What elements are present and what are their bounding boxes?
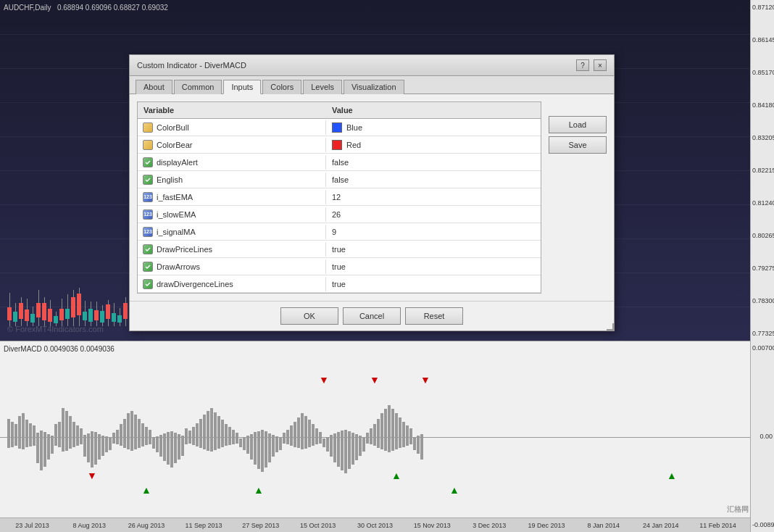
chart-symbol: AUDCHF,Daily: [4, 4, 51, 12]
value-text: true: [332, 245, 346, 254]
osc-price-label: 0.0070066: [752, 344, 773, 352]
save-button[interactable]: Save: [549, 136, 607, 154]
table-row[interactable]: ColorBear Red: [138, 136, 541, 154]
oscillator-right-axis: 0.0070066 0.00 -0.0089: [750, 341, 774, 532]
candle: [7, 293, 12, 326]
variable-name: ColorBear: [157, 141, 193, 149]
candle: [25, 299, 29, 326]
price-label: 0.78300: [752, 297, 773, 304]
row-variable-english: English: [138, 173, 326, 187]
tab-inputs[interactable]: Inputs: [223, 80, 261, 94]
price-label: 0.82215: [752, 167, 773, 174]
variable-name: displayAlert: [157, 158, 198, 167]
candle: [106, 300, 110, 326]
chart-ohlc: 0.68894 0.69096 0.68827 0.69032: [57, 4, 168, 12]
dialog-title: Custom Indicator - DiverMACD: [137, 61, 246, 70]
dialog-help-button[interactable]: ?: [576, 59, 589, 71]
value-text: Blue: [346, 123, 362, 132]
table-row[interactable]: ColorBull Blue: [138, 119, 541, 136]
variable-name: ColorBull: [157, 123, 189, 132]
reset-button[interactable]: Reset: [405, 307, 463, 325]
table-row[interactable]: DrawArrows true: [138, 258, 541, 275]
table-row[interactable]: English false: [138, 171, 541, 188]
main-chart-right-axis: 0.87120 0.86145 0.85170 0.84180 0.83205 …: [750, 0, 774, 341]
candle: [83, 301, 87, 326]
candle: [42, 297, 46, 326]
row-value-english: false: [326, 174, 541, 186]
tab-colors[interactable]: Colors: [262, 80, 301, 94]
chart-symbol-info: AUDCHF,Daily 0.68894 0.69096 0.68827 0.6…: [4, 4, 168, 12]
variable-name: English: [157, 175, 183, 184]
dialog-body: Variable Value ColorBull Blue: [130, 94, 614, 301]
value-text: true: [332, 262, 346, 271]
price-label: 0.77325: [752, 330, 773, 337]
row-variable-drawdivergencelines: drawDivergenceLines: [138, 277, 326, 291]
candle: [13, 303, 17, 326]
dialog-custom-indicator: Custom Indicator - DiverMACD ? × About C…: [129, 54, 615, 331]
dialog-close-button[interactable]: ×: [594, 59, 607, 71]
cancel-button[interactable]: Cancel: [343, 307, 401, 325]
table-row[interactable]: 123 i_slowEMA 26: [138, 206, 541, 223]
date-label: 23 Jul 2013: [4, 522, 61, 529]
row-value-signalma: 9: [326, 226, 541, 238]
candle: [36, 290, 41, 326]
date-label: 30 Oct 2013: [346, 522, 404, 529]
row-variable-colorbear: ColorBear: [138, 138, 326, 152]
osc-price-label: 0.00: [752, 433, 773, 440]
candle: [123, 297, 128, 326]
date-label: 8 Aug 2013: [61, 522, 118, 529]
variable-name: i_fastEMA: [157, 193, 193, 201]
tab-visualization[interactable]: Visualization: [344, 80, 404, 94]
ok-button[interactable]: OK: [280, 307, 338, 325]
english-icon: [142, 174, 154, 186]
load-button[interactable]: Load: [549, 116, 607, 133]
variable-name: drawDivergenceLines: [157, 280, 233, 288]
value-text: false: [332, 175, 349, 184]
drawarrows-icon: [142, 261, 154, 273]
col-header-variable: Variable: [138, 104, 326, 116]
candle: [77, 288, 81, 326]
row-value-drawdivergencelines: true: [326, 278, 541, 290]
row-value-displayalert: false: [326, 157, 541, 168]
slowema-icon: 123: [142, 209, 154, 220]
row-variable-drawarrows: DrawArrows: [138, 259, 326, 274]
candle: [88, 302, 93, 326]
price-label: 0.84180: [752, 101, 773, 109]
table-row[interactable]: 123 i_signalMA 9: [138, 223, 541, 241]
dialog-tabs: About Common Inputs Colors Levels Visual…: [130, 76, 614, 94]
variable-name: i_slowEMA: [157, 210, 196, 219]
row-variable-fastema: 123 i_fastEMA: [138, 190, 326, 204]
date-label: 3 Dec 2013: [461, 522, 518, 529]
table-row[interactable]: drawDivergenceLines true: [138, 275, 541, 293]
date-label: 11 Sep 2013: [175, 522, 233, 529]
tab-about[interactable]: About: [136, 80, 172, 94]
row-value-colorbull: Blue: [326, 121, 541, 134]
table-row[interactable]: DrawPriceLines true: [138, 241, 541, 258]
tab-levels[interactable]: Levels: [303, 80, 342, 94]
table-header: Variable Value: [138, 102, 541, 119]
candle: [100, 305, 104, 326]
candle: [48, 300, 52, 326]
row-variable-drawpricelines: DrawPriceLines: [138, 242, 326, 257]
tab-common[interactable]: Common: [174, 80, 222, 94]
table-row[interactable]: displayAlert false: [138, 154, 541, 171]
candle: [117, 308, 122, 326]
date-label: 15 Nov 2013: [404, 522, 461, 529]
brand-watermark: 汇格网: [727, 504, 749, 515]
drawdivergencelines-icon: [142, 278, 154, 290]
color-swatch-blue: [332, 122, 342, 133]
table-row[interactable]: 123 i_fastEMA 12: [138, 188, 541, 206]
date-label: 8 Jan 2014: [575, 522, 632, 529]
price-label: 0.79275: [752, 265, 773, 272]
row-value-drawpricelines: true: [326, 244, 541, 255]
value-text: 9: [332, 228, 336, 236]
value-text: Red: [346, 141, 361, 149]
signalma-icon: 123: [142, 226, 154, 238]
osc-price-label: -0.0089: [752, 521, 773, 528]
resize-handle[interactable]: [607, 323, 614, 331]
price-label: 0.81240: [752, 199, 773, 207]
price-label: 0.80265: [752, 232, 773, 239]
row-variable-slowema: 123 i_slowEMA: [138, 207, 326, 222]
row-value-slowema: 26: [326, 209, 541, 220]
row-value-fastema: 12: [326, 191, 541, 203]
